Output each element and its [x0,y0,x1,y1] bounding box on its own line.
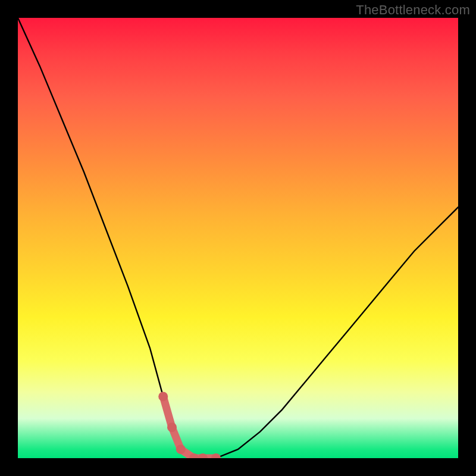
plot-area [18,18,458,458]
watermark-label: TheBottleneck.com [356,2,470,18]
curve-svg [18,18,458,458]
highlight-dot [176,444,186,454]
highlight-dot [158,392,168,401]
highlight-dot [198,453,208,458]
bottleneck-curve-path [18,18,458,458]
chart-frame: TheBottleneck.com [0,0,476,476]
highlight-dot [167,422,177,432]
highlight-dot [211,453,221,458]
